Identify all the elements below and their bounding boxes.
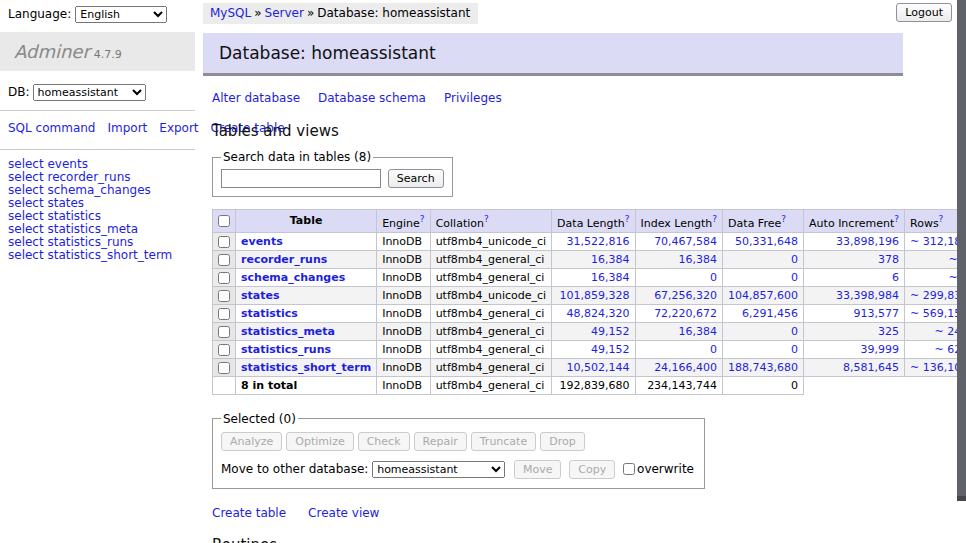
data-length-link[interactable]: 16,384	[591, 271, 630, 284]
data-length-link[interactable]: 49,152	[591, 325, 630, 338]
index-length-link[interactable]: 16,384	[679, 253, 718, 266]
table-name-link[interactable]: schema_changes	[241, 271, 345, 284]
index-length-link[interactable]: 72,220,672	[654, 307, 717, 320]
database-nav-link[interactable]: Privileges	[444, 91, 502, 105]
auto-increment-cell: 33,398,984	[804, 286, 905, 304]
sidebar-table-link[interactable]: select schema_changes	[8, 184, 187, 197]
sidebar-table-link[interactable]: select statistics_runs	[8, 236, 187, 249]
table-name-cell: statistics	[236, 304, 377, 322]
column-help-link[interactable]: ?	[781, 214, 786, 224]
index-length-link[interactable]: 70,467,584	[654, 235, 717, 248]
breadcrumb-item[interactable]: MySQL	[210, 6, 251, 20]
row-checkbox[interactable]	[218, 344, 230, 356]
data-free-link[interactable]: 188,743,680	[728, 361, 798, 374]
sidebar-table-link[interactable]: select recorder_runs	[8, 171, 187, 184]
data-length-link[interactable]: 10,502,144	[567, 361, 630, 374]
row-checkbox[interactable]	[218, 326, 230, 338]
analyze-button[interactable]: Analyze	[221, 432, 282, 451]
index-length-link[interactable]: 67,256,320	[654, 289, 717, 302]
table-name-link[interactable]: recorder_runs	[241, 253, 327, 266]
scrollbar-thumb[interactable]	[957, 0, 966, 501]
column-help-link[interactable]: ?	[484, 214, 489, 224]
vertical-scrollbar[interactable]	[957, 0, 966, 543]
column-help-link[interactable]: ?	[939, 214, 944, 224]
data-free-link[interactable]: 0	[791, 271, 798, 284]
overwrite-checkbox[interactable]	[623, 463, 635, 475]
move-database-select[interactable]: homeassistant	[372, 461, 505, 478]
sidebar-action-link[interactable]: Export	[159, 121, 198, 135]
database-nav-link[interactable]: Alter database	[212, 91, 300, 105]
table-name-link[interactable]: events	[241, 235, 283, 248]
help-superscript: ?	[420, 213, 425, 224]
data-free-link[interactable]: 104,857,600	[728, 289, 798, 302]
sidebar-action-link[interactable]: Import	[107, 121, 147, 135]
repair-button[interactable]: Repair	[414, 432, 467, 451]
app-title: Adminer4.7.9	[0, 32, 195, 71]
check-button[interactable]: Check	[358, 432, 410, 451]
row-checkbox[interactable]	[218, 308, 230, 320]
index-length-link[interactable]: 16,384	[679, 325, 718, 338]
optimize-button[interactable]: Optimize	[286, 432, 353, 451]
copy-button[interactable]: Copy	[569, 460, 615, 479]
auto-increment-link[interactable]: 325	[878, 325, 899, 338]
index-length-cell: 16,384	[635, 250, 723, 268]
row-checkbox[interactable]	[218, 272, 230, 284]
logout-button[interactable]: Logout	[896, 3, 952, 22]
drop-button[interactable]: Drop	[540, 432, 584, 451]
sidebar-table-link[interactable]: select states	[8, 197, 187, 210]
collation-cell: utf8mb4_general_ci	[430, 268, 551, 286]
row-checkbox[interactable]	[218, 254, 230, 266]
data-length-link[interactable]: 31,522,816	[567, 235, 630, 248]
table-name-link[interactable]: statistics_runs	[241, 343, 331, 356]
language-select[interactable]: English	[75, 6, 167, 23]
data-free-link[interactable]: 0	[791, 253, 798, 266]
data-free-link[interactable]: 50,331,648	[735, 235, 798, 248]
table-name-link[interactable]: statistics	[241, 307, 298, 320]
data-free-link[interactable]: 6,291,456	[742, 307, 798, 320]
table-name-link[interactable]: states	[241, 289, 280, 302]
column-help-link[interactable]: ?	[625, 214, 630, 224]
data-length-link[interactable]: 49,152	[591, 343, 630, 356]
auto-increment-link[interactable]: 33,398,984	[836, 289, 899, 302]
data-length-link[interactable]: 48,824,320	[567, 307, 630, 320]
row-checkbox[interactable]	[218, 236, 230, 248]
truncate-button[interactable]: Truncate	[471, 432, 536, 451]
app-name[interactable]: Adminer	[14, 41, 90, 62]
sidebar-table-link[interactable]: select events	[8, 158, 187, 171]
database-nav-link[interactable]: Database schema	[318, 91, 426, 105]
select-all-checkbox[interactable]	[218, 215, 230, 227]
data-length-link[interactable]: 101,859,328	[560, 289, 630, 302]
table-name-link[interactable]: statistics_short_term	[241, 361, 371, 374]
column-help-link[interactable]: ?	[894, 214, 899, 224]
data-length-link[interactable]: 16,384	[591, 253, 630, 266]
row-checkbox[interactable]	[218, 362, 230, 374]
breadcrumb-item[interactable]: Server	[265, 6, 304, 20]
search-button[interactable]: Search	[388, 169, 444, 188]
auto-increment-link[interactable]: 378	[878, 253, 899, 266]
data-free-link[interactable]: 0	[791, 343, 798, 356]
create-link[interactable]: Create table	[212, 506, 286, 520]
sidebar-table-link[interactable]: select statistics	[8, 210, 187, 223]
auto-increment-link[interactable]: 39,999	[861, 343, 900, 356]
auto-increment-link[interactable]: 8,581,645	[843, 361, 899, 374]
auto-increment-cell: 913,577	[804, 304, 905, 322]
index-length-link[interactable]: 24,166,400	[654, 361, 717, 374]
index-length-link[interactable]: 0	[710, 343, 717, 356]
auto-increment-link[interactable]: 33,898,196	[836, 235, 899, 248]
sidebar-action-link[interactable]: SQL command	[8, 121, 95, 135]
move-button[interactable]: Move	[514, 460, 562, 479]
search-input[interactable]	[221, 169, 381, 188]
auto-increment-link[interactable]: 913,577	[854, 307, 900, 320]
sidebar-table-link[interactable]: select statistics_meta	[8, 223, 187, 236]
index-length-cell: 67,256,320	[635, 286, 723, 304]
sidebar-table-link[interactable]: select statistics_short_term	[8, 249, 187, 262]
column-help-link[interactable]: ?	[712, 214, 717, 224]
db-select[interactable]: homeassistant	[33, 84, 146, 101]
data-free-link[interactable]: 0	[791, 325, 798, 338]
column-help-link[interactable]: ?	[420, 214, 425, 224]
create-link[interactable]: Create view	[308, 506, 379, 520]
auto-increment-link[interactable]: 6	[892, 271, 899, 284]
row-checkbox[interactable]	[218, 290, 230, 302]
table-name-link[interactable]: statistics_meta	[241, 325, 335, 338]
index-length-link[interactable]: 0	[710, 271, 717, 284]
